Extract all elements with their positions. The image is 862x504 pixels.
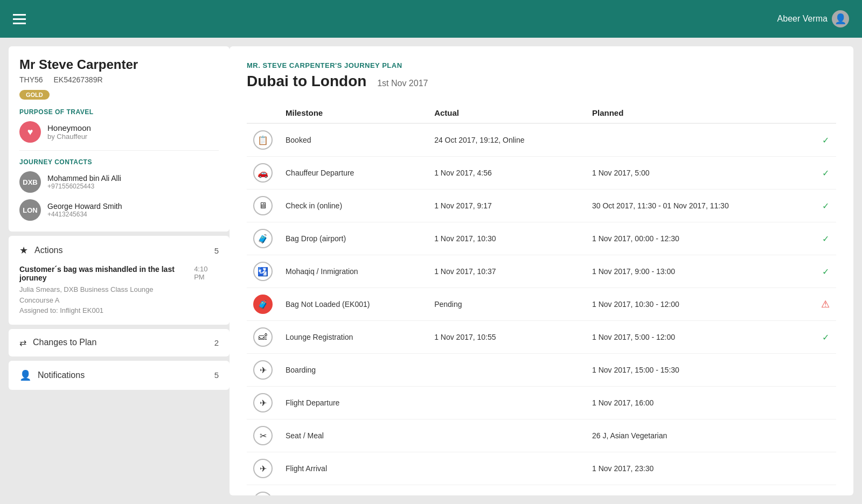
milestone-name: Seat / Meal xyxy=(279,419,428,452)
milestone-planned xyxy=(586,123,815,157)
milestone-name: Chauffeur Arrival xyxy=(279,485,428,496)
milestone-planned: 1 Nov 2017, 00:00 - 12:30 xyxy=(586,222,815,255)
contacts-list: DXB Mohammed bin Ali Alli +971556025443 … xyxy=(19,171,219,221)
milestone-actual xyxy=(428,452,586,485)
contact-name-2: George Howard Smith xyxy=(47,202,122,211)
milestone-planned: 26 J, Asian Vegetarian xyxy=(586,419,815,452)
milestone-actual: 1 Nov 2017, 10:37 xyxy=(428,255,586,288)
milestone-name: Lounge Registration xyxy=(279,321,428,354)
user-info: Abeer Verma 👤 xyxy=(777,10,849,27)
milestone-icon: ✂ xyxy=(253,426,273,445)
left-panel: Mr Steve Carpenter THY56 EK54267389R GOL… xyxy=(9,46,230,495)
action-time: 4:10 PM xyxy=(194,265,219,281)
tier-badge: GOLD xyxy=(19,90,50,100)
milestone-icon-cell: 🧳 xyxy=(247,222,279,255)
milestone-icon-cell: 🚗 xyxy=(247,485,279,496)
milestone-name: Mohaqiq / Inmigration xyxy=(279,255,428,288)
milestone-icon-cell: ✈ xyxy=(247,354,279,387)
milestone-icon-cell: ✈ xyxy=(247,452,279,485)
actions-header[interactable]: ★ Actions 5 xyxy=(9,236,230,265)
milestone-status: ✓ xyxy=(815,157,836,190)
milestone-icon-cell: 🛂 xyxy=(247,255,279,288)
purpose-label: PURPOSE OF TRAVEL xyxy=(19,108,219,116)
table-row: 🖥Check in (online)1 Nov 2017, 9:1730 Oct… xyxy=(247,190,836,222)
milestone-icon-cell: 🛋 xyxy=(247,321,279,354)
check-icon: ✓ xyxy=(822,333,829,342)
journey-date: 1st Nov 2017 xyxy=(377,79,428,88)
milestone-name: Bag Drop (airport) xyxy=(279,222,428,255)
milestone-icon: ✈ xyxy=(253,459,273,478)
table-row: 🛋Lounge Registration1 Nov 2017, 10:551 N… xyxy=(247,321,836,354)
milestone-actual: 1 Nov 2017, 10:30 xyxy=(428,222,586,255)
milestone-planned: 1 Nov 2017, 5:00 - 12:00 xyxy=(586,321,815,354)
milestone-icon: 🛂 xyxy=(253,262,273,281)
milestone-status xyxy=(815,419,836,452)
milestone-icon: ✈ xyxy=(253,360,273,380)
contact-avatar-lon: LON xyxy=(19,199,41,221)
milestone-name: Flight Arrival xyxy=(279,452,428,485)
contact-item: DXB Mohammed bin Ali Alli +971556025443 xyxy=(19,171,219,193)
actions-header-left: ★ Actions xyxy=(19,244,62,256)
milestone-icon-cell: 🖥 xyxy=(247,190,279,222)
changes-header[interactable]: ⇄ Changes to Plan 2 xyxy=(9,329,230,356)
contact-avatar-dxb: DXB xyxy=(19,171,41,193)
col-status-header xyxy=(815,103,836,123)
milestone-icon: 🛋 xyxy=(253,327,273,347)
contact-info-1: Mohammed bin Ali Alli +971556025443 xyxy=(47,174,121,190)
milestone-name: Check in (online) xyxy=(279,190,428,222)
milestone-icon: 🧳 xyxy=(253,295,273,314)
milestone-actual: 1 Nov 2017, 4:56 xyxy=(428,157,586,190)
customer-card: Mr Steve Carpenter THY56 EK54267389R GOL… xyxy=(9,46,230,232)
col-milestone-header: Milestone xyxy=(279,103,428,123)
milestone-icon: 🚗 xyxy=(253,492,273,495)
milestone-actual: Pending xyxy=(428,288,586,321)
notifications-title: Notifications xyxy=(38,370,85,380)
table-row: 🚗Chauffeur Arrival2 Nov 2017, 00:10 xyxy=(247,485,836,496)
milestone-actual: 1 Nov 2017, 9:17 xyxy=(428,190,586,222)
milestone-planned: 1 Nov 2017, 9:00 - 13:00 xyxy=(586,255,815,288)
milestone-actual: 24 Oct 2017, 19:12, Online xyxy=(428,123,586,157)
col-icon-header xyxy=(247,103,279,123)
actions-title: Actions xyxy=(34,246,62,255)
milestone-actual xyxy=(428,387,586,419)
main-container: Mr Steve Carpenter THY56 EK54267389R GOL… xyxy=(0,38,862,504)
check-icon: ✓ xyxy=(822,201,829,211)
warning-icon: ⚠ xyxy=(821,299,830,310)
notifications-icon: 👤 xyxy=(19,369,31,381)
app-header: Abeer Verma 👤 xyxy=(0,0,862,38)
milestone-planned: 1 Nov 2017, 23:30 xyxy=(586,452,815,485)
milestone-actual xyxy=(428,354,586,387)
milestone-status: ✓ xyxy=(815,222,836,255)
table-row: ✈Flight Arrival1 Nov 2017, 23:30 xyxy=(247,452,836,485)
milestone-icon-cell: 🧳 xyxy=(247,288,279,321)
changes-count: 2 xyxy=(214,338,219,347)
milestone-status xyxy=(815,354,836,387)
milestone-name: Chauffeur Departure xyxy=(279,157,428,190)
milestone-status xyxy=(815,452,836,485)
action-detail-title: Customer´s bag was mishandled in the las… xyxy=(19,265,194,282)
milestone-icon: 🚗 xyxy=(253,163,273,183)
milestone-status: ✓ xyxy=(815,190,836,222)
contact-name-1: Mohammed bin Ali Alli xyxy=(47,174,121,183)
milestone-actual: 1 Nov 2017, 10:55 xyxy=(428,321,586,354)
milestone-planned: 1 Nov 2017, 5:00 xyxy=(586,157,815,190)
milestone-icon: ✈ xyxy=(253,393,273,412)
journey-table: Milestone Actual Planned 📋Booked24 Oct 2… xyxy=(247,103,836,495)
purpose-text: Honeymoon by Chauffeur xyxy=(47,123,91,141)
notifications-count: 5 xyxy=(214,370,219,380)
table-row: ✈Boarding1 Nov 2017, 15:00 - 15:30 xyxy=(247,354,836,387)
milestone-name: Booked xyxy=(279,123,428,157)
milestone-status xyxy=(815,387,836,419)
milestone-planned: 1 Nov 2017, 15:00 - 15:30 xyxy=(586,354,815,387)
journey-route: Dubai to London xyxy=(247,73,366,89)
customer-id2: EK54267389R xyxy=(53,75,102,84)
menu-button[interactable] xyxy=(13,14,26,24)
milestone-icon: 📋 xyxy=(253,130,273,150)
milestone-planned: 2 Nov 2017, 00:10 xyxy=(586,485,815,496)
customer-id1: THY56 xyxy=(19,75,43,84)
table-row: 🚗Chauffeur Departure1 Nov 2017, 4:561 No… xyxy=(247,157,836,190)
milestone-planned: 1 Nov 2017, 16:00 xyxy=(586,387,815,419)
contact-item-2: LON George Howard Smith +4413245634 xyxy=(19,199,219,221)
notifications-header[interactable]: 👤 Notifications 5 xyxy=(9,361,230,390)
user-avatar-icon: 👤 xyxy=(832,10,849,27)
